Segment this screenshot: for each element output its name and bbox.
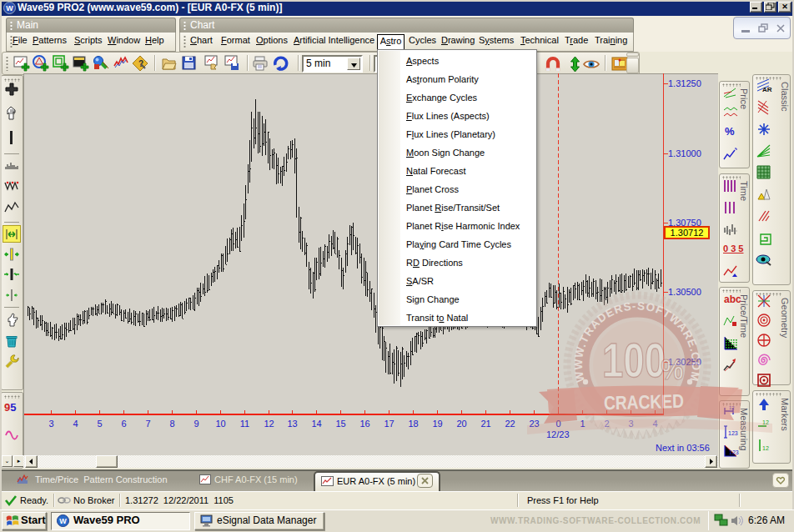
svg-text:123: 123 xyxy=(728,430,738,436)
svg-text:12: 12 xyxy=(762,419,769,425)
svg-text:12: 12 xyxy=(729,405,735,410)
svg-text:12: 12 xyxy=(762,445,769,451)
svg-text:W: W xyxy=(6,4,13,13)
svg-text:AR: AR xyxy=(762,86,772,93)
svg-text:123: 123 xyxy=(729,449,739,455)
svg-text:W: W xyxy=(59,517,67,525)
